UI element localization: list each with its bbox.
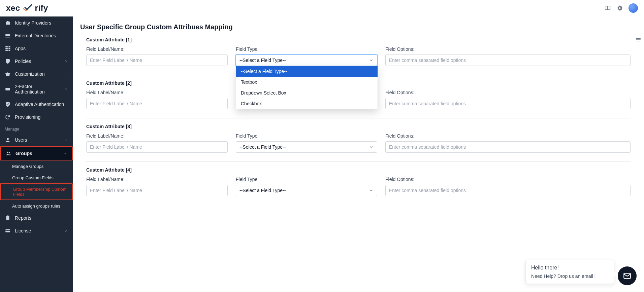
sidebar-item-customization[interactable]: Customization — [0, 68, 73, 80]
sidebar: Identity Providers External Directories … — [0, 16, 73, 292]
svg-rect-8 — [9, 48, 10, 49]
sidebar-item-license[interactable]: License — [0, 224, 73, 237]
user-icon — [5, 137, 11, 143]
brand-mark — [23, 4, 32, 12]
dropdown-item[interactable]: --Select a Field Type-- — [236, 66, 378, 77]
help-card-tail — [614, 271, 617, 277]
avatar[interactable] — [629, 3, 638, 13]
select-value: --Select a Field Type-- — [239, 188, 286, 193]
dropdown-item[interactable]: Textbox — [236, 77, 378, 87]
svg-rect-9 — [5, 50, 7, 51]
sidebar-item-groups[interactable]: Groups — [1, 147, 72, 160]
svg-rect-1 — [5, 35, 10, 36]
label-field-name: Field Label/Name: — [86, 133, 228, 139]
sidebar-section-manage: Manage — [0, 123, 73, 134]
sidebar-sub-group-membership-custom-fields[interactable]: Group Membership Custom Fields — [0, 183, 73, 200]
label-field-type: Field Type: — [236, 177, 377, 182]
sync-icon — [5, 114, 11, 120]
clipboard-icon — [5, 215, 11, 221]
dropdown-field-type[interactable]: --Select a Field Type-- Textbox Dropdown… — [236, 66, 378, 109]
sidebar-item-2fa[interactable]: 2-Factor Authentication — [0, 80, 73, 98]
input-field-name-1[interactable] — [86, 54, 228, 66]
label-field-type: Field Type: — [236, 133, 377, 139]
select-value: --Select a Field Type-- — [239, 144, 286, 150]
sidebar-item-provisioning[interactable]: Provisioning — [0, 111, 73, 123]
svg-point-16 — [7, 138, 9, 140]
help-line2: Need Help? Drop us an email ! — [531, 273, 609, 279]
grid-icon — [5, 45, 11, 51]
select-field-type-3[interactable]: --Select a Field Type-- — [236, 141, 377, 153]
sidebar-item-policies[interactable]: Policies — [0, 55, 73, 68]
help-hello: Hello there! — [531, 265, 609, 271]
chevron-right-icon — [64, 59, 68, 63]
sidebar-item-external-directories[interactable]: External Directories — [0, 29, 73, 42]
list-icon — [5, 33, 11, 39]
svg-rect-0 — [5, 34, 10, 35]
sidebar-sub-group-custom-fields[interactable]: Group Custom Fields — [0, 172, 73, 183]
highlight-groups: Groups — [0, 146, 73, 160]
chat-fab[interactable] — [618, 266, 637, 285]
svg-rect-22 — [5, 230, 10, 231]
svg-rect-2 — [5, 37, 10, 37]
attribute-title: Custom Attribute [3] — [86, 124, 631, 129]
gear-icon[interactable] — [616, 5, 623, 11]
svg-rect-14 — [7, 72, 8, 76]
chevron-down-icon — [369, 188, 374, 193]
label-field-options: Field Options: — [385, 90, 631, 95]
gift-icon — [5, 71, 11, 77]
panel-toggle[interactable] — [635, 37, 641, 43]
sidebar-item-identity-providers[interactable]: Identity Providers — [0, 16, 73, 29]
card-icon — [5, 228, 11, 234]
input-field-name-3[interactable] — [86, 141, 228, 153]
svg-rect-4 — [7, 46, 9, 47]
chevron-right-icon — [64, 138, 68, 142]
otp-icon — [5, 86, 11, 92]
label-field-options: Field Options: — [385, 177, 631, 182]
svg-point-18 — [9, 152, 10, 153]
attribute-3: Custom Attribute [3] Field Label/Name: F… — [86, 118, 631, 162]
chevron-down-icon — [369, 145, 374, 149]
sidebar-sub-manage-groups[interactable]: Manage Groups — [0, 160, 73, 172]
sidebar-item-apps[interactable]: Apps — [0, 42, 73, 55]
label-field-options: Field Options: — [385, 133, 631, 139]
sidebar-item-users[interactable]: Users — [0, 134, 73, 146]
chevron-down-icon — [63, 151, 67, 155]
page-title: User Specific Group Custom Attribues Map… — [80, 23, 637, 31]
sidebar-item-adaptive-auth[interactable]: Adaptive Authentication — [0, 98, 73, 111]
sidebar-item-reports[interactable]: Reports — [0, 212, 73, 224]
main: User Specific Group Custom Attribues Map… — [73, 16, 644, 292]
input-field-options-2[interactable] — [385, 98, 631, 109]
select-field-type-1[interactable]: --Select a Field Type-- — [236, 54, 377, 66]
svg-rect-25 — [636, 41, 641, 41]
mail-icon — [623, 271, 632, 280]
svg-rect-7 — [7, 48, 9, 49]
shield-icon — [5, 58, 11, 64]
brand-logo: xec rify — [6, 3, 48, 13]
shield-check-icon — [5, 101, 11, 107]
dropdown-item[interactable]: Checkbox — [236, 98, 378, 109]
chevron-right-icon — [64, 87, 68, 91]
help-card: Hello there! Need Help? Drop us an email… — [525, 260, 614, 284]
input-field-name-4[interactable] — [86, 185, 228, 196]
select-field-type-4[interactable]: --Select a Field Type-- — [236, 185, 377, 196]
svg-rect-6 — [5, 48, 7, 49]
input-field-options-3[interactable] — [385, 141, 631, 153]
people-icon — [5, 150, 11, 156]
brand-left: xec — [6, 3, 20, 13]
input-field-options-1[interactable] — [385, 54, 631, 66]
input-field-options-4[interactable] — [385, 185, 631, 196]
dropdown-item[interactable]: Dropdown Select Box — [236, 87, 378, 98]
label-field-name: Field Label/Name: — [86, 177, 228, 182]
book-icon[interactable] — [604, 5, 611, 11]
chevron-right-icon — [64, 229, 68, 233]
svg-rect-23 — [636, 38, 641, 39]
svg-point-17 — [7, 152, 9, 153]
topbar: xec rify — [0, 0, 644, 16]
sidebar-sub-auto-assign-rules[interactable]: Auto assign groups rules — [0, 200, 73, 212]
top-actions — [604, 3, 638, 13]
svg-rect-3 — [5, 46, 7, 47]
label-field-name: Field Label/Name: — [86, 90, 228, 95]
svg-rect-15 — [5, 88, 10, 90]
attribute-title: Custom Attribute [4] — [86, 167, 631, 173]
input-field-name-2[interactable] — [86, 98, 228, 109]
